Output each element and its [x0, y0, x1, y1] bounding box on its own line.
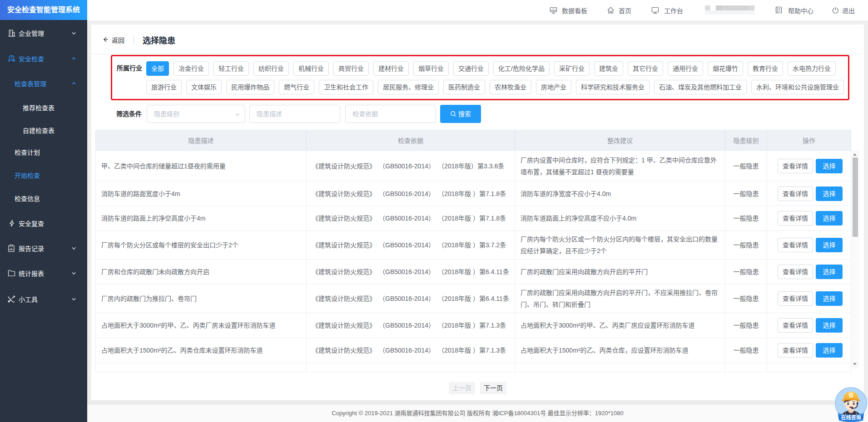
svg-text:在线咨询: 在线咨询 — [841, 414, 861, 420]
